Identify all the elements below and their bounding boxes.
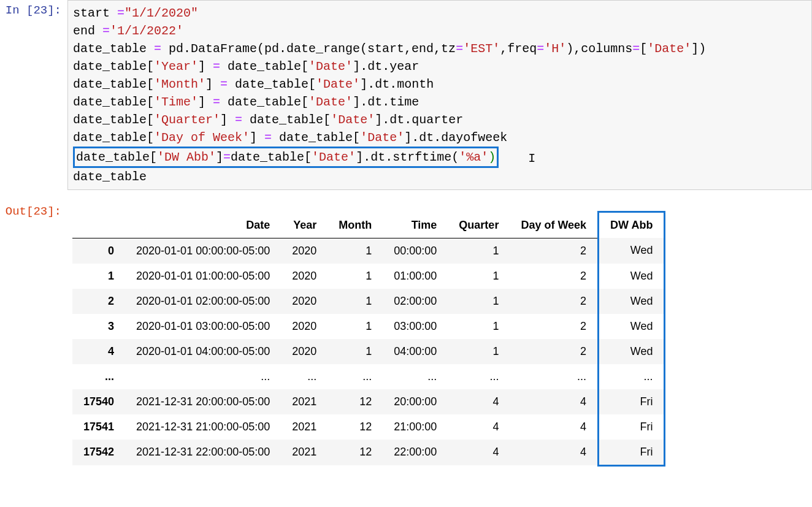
row-index: 3: [72, 314, 125, 339]
cell-year: 2020: [281, 238, 327, 264]
col-header-month: Month: [327, 212, 383, 238]
cell-month: 1: [327, 314, 383, 339]
cell-time: ...: [383, 364, 448, 389]
cell-dayofweek: 2: [510, 289, 598, 314]
row-index: 4: [72, 339, 125, 364]
cell-month: 12: [327, 389, 383, 414]
table-row: 4 2020-01-01 04:00:00-05:00 2020 1 04:00…: [72, 339, 665, 364]
cell-date: 2020-01-01 00:00:00-05:00: [125, 238, 281, 264]
code-line-6: date_table['Time'] = date_table['Date'].…: [73, 95, 419, 109]
code-line-2: end ='1/1/2022': [73, 24, 183, 38]
cell-month: 1: [327, 289, 383, 314]
cell-quarter: 4: [448, 389, 510, 414]
cell-quarter: 1: [448, 289, 510, 314]
row-index: 17541: [72, 414, 125, 440]
col-header-time: Time: [383, 212, 448, 238]
cell-month: 1: [327, 339, 383, 364]
table-row: 0 2020-01-01 00:00:00-05:00 2020 1 00:00…: [72, 238, 665, 264]
col-header-quarter: Quarter: [448, 212, 510, 238]
code-line-1: start ="1/1/2020": [73, 6, 198, 20]
highlighted-code-line: date_table['DW Abb']=date_table['Date'].…: [73, 147, 499, 168]
cell-quarter: 4: [448, 440, 510, 466]
cell-quarter: 1: [448, 238, 510, 264]
cell-date: 2021-12-31 20:00:00-05:00: [125, 389, 281, 414]
cell-time: 02:00:00: [383, 289, 448, 314]
row-index: 17540: [72, 389, 125, 414]
table-row: 2 2020-01-01 02:00:00-05:00 2020 1 02:00…: [72, 289, 665, 314]
cell-month: 1: [327, 238, 383, 264]
cell-dwabb: ...: [599, 364, 665, 389]
cell-time: 21:00:00: [383, 414, 448, 440]
table-row: 17540 2021-12-31 20:00:00-05:00 2021 12 …: [72, 389, 665, 414]
code-line-8: date_table['Day of Week'] = date_table['…: [73, 131, 507, 145]
code-line-5: date_table['Month'] = date_table['Date']…: [73, 77, 434, 91]
cell-dwabb: Wed: [599, 314, 665, 339]
cell-dayofweek: 2: [510, 238, 598, 264]
cell-dwabb: Fri: [599, 440, 665, 466]
in-prompt: In [23]:: [0, 0, 67, 17]
cell-year: 2020: [281, 339, 327, 364]
table-row-ellipsis: ... ... ... ... ... ... ... ...: [72, 364, 665, 389]
cell-time: 01:00:00: [383, 264, 448, 289]
code-line-3: date_table = pd.DataFrame(pd.date_range(…: [73, 42, 706, 56]
out-prompt: Out[23]:: [0, 201, 67, 218]
cell-date: 2020-01-01 02:00:00-05:00: [125, 289, 281, 314]
code-line-4: date_table['Year'] = date_table['Date'].…: [73, 59, 419, 74]
output-cell: Out[23]: Date Year Month Time Quarter Da…: [0, 201, 812, 467]
cell-quarter: 1: [448, 264, 510, 289]
row-index: 2: [72, 289, 125, 314]
cell-dayofweek: 4: [510, 414, 598, 440]
cell-date: 2020-01-01 01:00:00-05:00: [125, 264, 281, 289]
code-line-7: date_table['Quarter'] = date_table['Date…: [73, 113, 463, 127]
cell-time: 22:00:00: [383, 440, 448, 466]
cell-dayofweek: 2: [510, 314, 598, 339]
col-header-dayofweek: Day of Week: [510, 212, 598, 238]
cell-date: 2021-12-31 21:00:00-05:00: [125, 414, 281, 440]
table-row: 3 2020-01-01 03:00:00-05:00 2020 1 03:00…: [72, 314, 665, 339]
cell-dwabb: Fri: [599, 414, 665, 440]
table-header-row: Date Year Month Time Quarter Day of Week…: [72, 212, 665, 238]
cell-dayofweek: 2: [510, 264, 598, 289]
row-index: ...: [72, 364, 125, 389]
cell-dwabb: Wed: [599, 339, 665, 364]
cell-dayofweek: ...: [510, 364, 598, 389]
cell-dayofweek: 4: [510, 440, 598, 466]
cell-month: 12: [327, 414, 383, 440]
cell-time: 04:00:00: [383, 339, 448, 364]
cell-dayofweek: 2: [510, 339, 598, 364]
cell-month: 1: [327, 264, 383, 289]
input-cell: In [23]: start ="1/1/2020" end ='1/1/202…: [0, 0, 812, 190]
cell-time: 20:00:00: [383, 389, 448, 414]
col-header-dwabb: DW Abb: [599, 212, 665, 238]
cell-dwabb: Wed: [599, 289, 665, 314]
cell-month: 12: [327, 440, 383, 466]
cell-dwabb: Wed: [599, 264, 665, 289]
table-row: 17541 2021-12-31 21:00:00-05:00 2021 12 …: [72, 414, 665, 440]
col-header-date: Date: [125, 212, 281, 238]
cell-time: 03:00:00: [383, 314, 448, 339]
cell-year: 2021: [281, 389, 327, 414]
col-header-index: [72, 212, 125, 238]
dataframe-table: Date Year Month Time Quarter Day of Week…: [72, 211, 665, 467]
cell-date: 2020-01-01 03:00:00-05:00: [125, 314, 281, 339]
cell-month: ...: [327, 364, 383, 389]
cell-year: 2021: [281, 440, 327, 466]
row-index: 0: [72, 238, 125, 264]
row-index: 17542: [72, 440, 125, 466]
cell-year: 2021: [281, 414, 327, 440]
cell-date: 2020-01-01 04:00:00-05:00: [125, 339, 281, 364]
cell-year: 2020: [281, 314, 327, 339]
cell-quarter: ...: [448, 364, 510, 389]
col-header-year: Year: [281, 212, 327, 238]
code-line-10: date_table: [73, 170, 147, 184]
cell-year: 2020: [281, 289, 327, 314]
cell-quarter: 1: [448, 314, 510, 339]
cell-dwabb: Fri: [599, 389, 665, 414]
cell-quarter: 4: [448, 414, 510, 440]
cell-year: 2020: [281, 264, 327, 289]
code-input[interactable]: start ="1/1/2020" end ='1/1/2022' date_t…: [67, 0, 812, 190]
table-row: 1 2020-01-01 01:00:00-05:00 2020 1 01:00…: [72, 264, 665, 289]
table-row: 17542 2021-12-31 22:00:00-05:00 2021 12 …: [72, 440, 665, 466]
text-cursor-icon: I: [528, 150, 534, 167]
cell-quarter: 1: [448, 339, 510, 364]
